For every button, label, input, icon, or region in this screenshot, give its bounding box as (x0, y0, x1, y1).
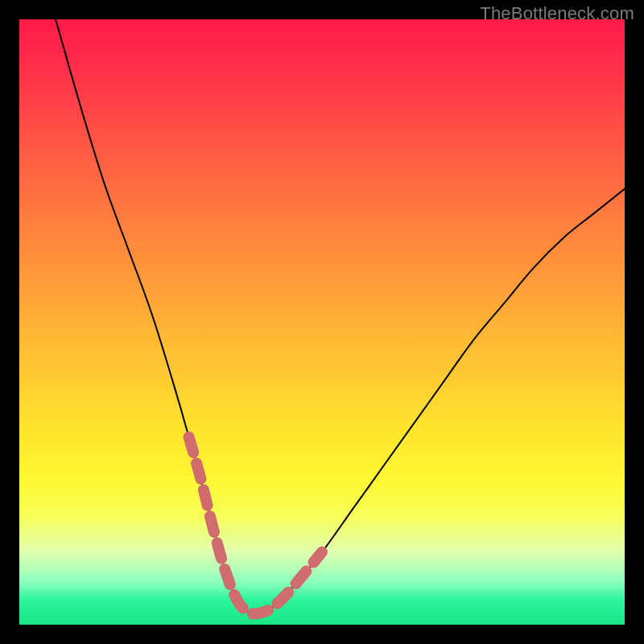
chart-plot-area (19, 19, 625, 625)
watermark-text: TheBottleneck.com (480, 3, 634, 24)
bottleneck-curve-svg (19, 19, 625, 625)
bottleneck-highlight-dash (189, 437, 322, 614)
bottleneck-curve-path (56, 19, 625, 614)
